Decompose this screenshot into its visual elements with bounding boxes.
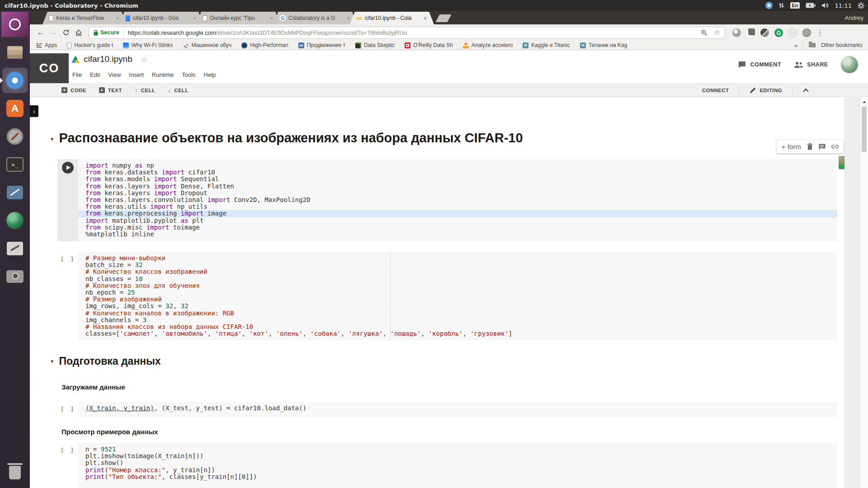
- code-cell: [ ](X_train, y_train), (X_test, y_test) …: [57, 402, 837, 417]
- bookmarks-overflow-icon[interactable]: »: [794, 42, 797, 49]
- grammarly-extension-icon[interactable]: G: [774, 28, 783, 37]
- scroll-up-arrow-icon[interactable]: [863, 101, 866, 103]
- colab-logo[interactable]: CO: [30, 53, 69, 83]
- menu-tools[interactable]: Tools: [178, 70, 199, 80]
- menu-file[interactable]: File: [71, 70, 86, 80]
- move-cell-up-button[interactable]: ↑ CELL: [135, 87, 156, 94]
- tab-close-icon[interactable]: ×: [346, 15, 350, 22]
- comment-cell-icon[interactable]: [819, 144, 826, 150]
- code-editor[interactable]: # Размер мини-выборкиbatch_size = 32# Ко…: [78, 252, 837, 340]
- bookmark-item[interactable]: HТитаник на Kag: [580, 42, 627, 48]
- menu-help[interactable]: Help: [200, 70, 220, 80]
- move-cell-down-button[interactable]: ↓ CELL: [168, 87, 189, 94]
- bookmark-item[interactable]: High-Performan: [241, 42, 288, 48]
- bookmark-item[interactable]: Analyze accelero: [463, 42, 513, 48]
- slash-circle-extension-icon[interactable]: [760, 28, 769, 37]
- code-editor[interactable]: (X_train, y_train), (X_test, y_test) = c…: [78, 402, 837, 417]
- subsection-preview-data: Просмотр примеров данных: [61, 428, 158, 436]
- screenshot-tool-icon[interactable]: [2, 180, 28, 205]
- browser-tab[interactable]: GColaboratory is a G×: [273, 12, 357, 24]
- menu-runtime[interactable]: Runtime: [148, 70, 178, 80]
- bookmark-item[interactable]: Data Skeptic: [355, 42, 395, 48]
- dash-home-icon[interactable]: [1, 12, 28, 37]
- forward-button[interactable]: →: [47, 26, 60, 39]
- globe-extension-icon[interactable]: [802, 28, 811, 37]
- tab-close-icon[interactable]: ×: [423, 15, 427, 22]
- back-button[interactable]: ←: [34, 26, 47, 39]
- bookmark-star-icon[interactable]: ☆: [714, 29, 720, 36]
- code-editor[interactable]: n = 9521plt.imshow(toimage(X_train[n]))p…: [78, 443, 837, 488]
- star-notebook-icon[interactable]: ☆: [141, 55, 147, 64]
- clock[interactable]: 11:11: [835, 2, 852, 9]
- browser-tab[interactable]: cocifar10.ipynb - Cola×: [350, 12, 434, 24]
- address-bar[interactable]: Secure https://colab.research.google.com…: [89, 27, 725, 39]
- other-bookmarks-button[interactable]: Other bookmarks: [821, 42, 863, 48]
- run-cell-button[interactable]: [62, 162, 74, 174]
- globe-app-icon[interactable]: [2, 208, 28, 233]
- security-label[interactable]: Secure: [100, 29, 119, 36]
- menu-insert[interactable]: Insert: [125, 70, 148, 80]
- scrollbar-thumb[interactable]: [862, 107, 867, 152]
- bookmark-item[interactable]: Машинное обуч: [183, 42, 231, 48]
- files-icon[interactable]: [2, 40, 28, 65]
- pocket-extension-icon[interactable]: [732, 28, 741, 37]
- plus-icon: +: [61, 87, 67, 93]
- comment-button[interactable]: COMMENT: [738, 61, 781, 68]
- system-settings-icon[interactable]: [2, 124, 28, 149]
- menu-edit[interactable]: Edit: [86, 70, 104, 80]
- code-line: from keras.layers.convolutional import C…: [85, 197, 837, 203]
- bookmark-item[interactable]: Apps: [36, 42, 57, 48]
- network-arrows-icon[interactable]: [778, 2, 784, 9]
- vertical-scrollbar[interactable]: [860, 98, 868, 488]
- battery-icon[interactable]: [806, 3, 816, 8]
- session-gear-icon[interactable]: [858, 2, 864, 9]
- trash-icon[interactable]: [2, 460, 28, 485]
- url-text[interactable]: https://colab.research.google.com/drive/…: [128, 29, 697, 36]
- collapse-section-icon[interactable]: ▾: [51, 136, 54, 142]
- share-button[interactable]: SHARE: [794, 61, 828, 68]
- reload-button[interactable]: [60, 26, 72, 39]
- braces-extension-icon[interactable]: {:}: [788, 28, 797, 37]
- tab-close-icon[interactable]: ×: [116, 15, 119, 22]
- volume-icon[interactable]: [821, 2, 829, 9]
- browser-tab[interactable]: Keras и TensorFlow×: [42, 12, 127, 24]
- zoom-icon[interactable]: [701, 29, 708, 36]
- browser-profile-name[interactable]: Andrey: [845, 14, 863, 21]
- bookmark-item[interactable]: O'Reilly Data Sh: [405, 42, 453, 48]
- editing-mode-button[interactable]: EDITING: [750, 87, 782, 94]
- google-icon: G: [279, 15, 286, 21]
- keyboard-layout-indicator[interactable]: En: [790, 2, 799, 9]
- menu-view[interactable]: View: [104, 70, 125, 80]
- bookmark-item[interactable]: vkПродвижение т: [298, 42, 345, 48]
- lock-icon: [94, 30, 98, 36]
- home-button[interactable]: [72, 26, 85, 39]
- connect-button[interactable]: CONNECT: [702, 88, 729, 93]
- delete-cell-icon[interactable]: [807, 143, 813, 150]
- link-cell-icon[interactable]: [831, 144, 839, 150]
- chromium-tray-icon[interactable]: [765, 2, 773, 9]
- tab-close-icon[interactable]: ×: [269, 15, 273, 22]
- bookmark-item[interactable]: Hacker's guide t: [67, 42, 113, 48]
- browser-tab[interactable]: Онлайн курс "Про×: [196, 12, 280, 24]
- collapse-section-icon[interactable]: ▾: [51, 358, 54, 365]
- terminal-icon[interactable]: >_: [2, 152, 28, 177]
- dark-square-extension-icon[interactable]: [746, 28, 755, 37]
- new-tab-button[interactable]: [435, 14, 451, 22]
- software-center-icon[interactable]: A: [2, 96, 28, 121]
- collapse-header-button[interactable]: [802, 88, 809, 93]
- add-code-cell-button[interactable]: + CODE: [61, 87, 86, 93]
- add-form-button[interactable]: + form: [782, 143, 801, 150]
- camera-app-icon[interactable]: [2, 264, 28, 289]
- bookmark-item[interactable]: HKaggle и Titanic: [523, 42, 570, 48]
- draw-app-icon[interactable]: [2, 236, 28, 261]
- tab-close-icon[interactable]: ×: [193, 15, 196, 22]
- notebook-title[interactable]: cifar10.ipynb: [84, 54, 132, 64]
- add-text-cell-button[interactable]: + TEXT: [99, 87, 122, 93]
- browser-tab[interactable]: cifar10.ipynb - Goo×: [119, 12, 203, 24]
- browser-menu-icon[interactable]: ⋮: [816, 28, 824, 37]
- user-avatar[interactable]: [841, 56, 858, 73]
- chromium-icon[interactable]: [2, 68, 28, 93]
- toc-expand-button[interactable]: ›: [30, 105, 38, 117]
- bookmark-item[interactable]: Why Wi-Fi Stinks: [123, 42, 173, 48]
- code-editor[interactable]: import numpy as npfrom keras.datasets im…: [78, 159, 837, 241]
